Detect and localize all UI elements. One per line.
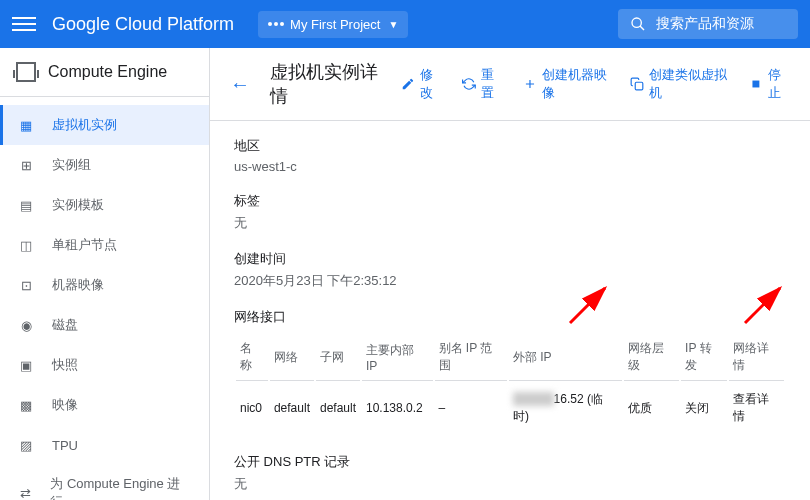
sidebar-item-instance-groups[interactable]: ⊞实例组 [0,145,209,185]
details-content: 地区 us-west1-c 标签 无 创建时间 2020年5月23日 下午2:3… [210,121,810,500]
dns-ptr-field: 公开 DNS PTR 记录 无 [234,453,786,493]
sidebar-item-images[interactable]: ▩映像 [0,385,209,425]
sidebar-item-migrate[interactable]: ⇄为 Compute Engine 进行… [0,465,209,500]
svg-point-0 [632,18,641,27]
gcp-logo[interactable]: Google Cloud Platform [52,14,234,35]
main-content: ← 虚拟机实例详情 修改 重置 创建机器映像 创建类似虚拟机 停止 地区 us-… [210,48,810,500]
machine-image-icon: ⊡ [16,275,36,295]
disk-icon: ◉ [16,315,36,335]
network-interfaces-field: 网络接口 名称 网络 子网 主要内部 IP 别名 IP 范围 外部 IP 网络层… [234,308,786,435]
reset-button[interactable]: 重置 [462,66,503,102]
template-icon: ▤ [16,195,36,215]
compute-engine-icon [16,62,36,82]
subnet-link[interactable]: default [316,383,360,433]
search-placeholder: 搜索产品和资源 [656,15,754,33]
stop-button[interactable]: 停止 [749,66,790,102]
node-icon: ◫ [16,235,36,255]
svg-rect-3 [752,81,759,88]
stop-icon [749,76,763,92]
nic-row: nic0 default default 10.138.0.2 – xxx.xx… [236,383,784,433]
view-details-link[interactable]: 查看详情 [729,383,784,433]
sidebar-item-sole-tenant[interactable]: ◫单租户节点 [0,225,209,265]
sidebar-item-machine-images[interactable]: ⊡机器映像 [0,265,209,305]
vm-icon: ▦ [16,115,36,135]
reset-icon [462,76,476,92]
project-selector[interactable]: My First Project ▼ [258,11,408,38]
groups-icon: ⊞ [16,155,36,175]
labels-field: 标签 无 [234,192,786,232]
migrate-icon: ⇄ [16,483,34,500]
tpu-icon: ▨ [16,435,36,455]
svg-line-1 [640,26,644,30]
created-field: 创建时间 2020年5月23日 下午2:35:12 [234,250,786,290]
copy-icon [630,76,644,92]
sidebar-item-tpu[interactable]: ▨TPU [0,425,209,465]
pencil-icon [401,76,415,92]
sidebar-title: Compute Engine [48,63,167,81]
search-icon [630,16,646,32]
zone-field: 地区 us-west1-c [234,137,786,174]
sidebar: Compute Engine ▦虚拟机实例 ⊞实例组 ▤实例模板 ◫单租户节点 … [0,48,210,500]
redacted-ip: xxx.xx. [513,392,554,406]
nic-table: 名称 网络 子网 主要内部 IP 别名 IP 范围 外部 IP 网络层级 IP … [234,332,786,435]
sidebar-item-vm-instances[interactable]: ▦虚拟机实例 [0,105,209,145]
snapshot-icon: ▣ [16,355,36,375]
svg-rect-2 [636,82,644,90]
network-link[interactable]: default [270,383,314,433]
create-machine-image-button[interactable]: 创建机器映像 [523,66,610,102]
back-arrow-icon[interactable]: ← [230,73,250,96]
edit-button[interactable]: 修改 [401,66,442,102]
sidebar-header[interactable]: Compute Engine [0,48,209,97]
sidebar-item-instance-templates[interactable]: ▤实例模板 [0,185,209,225]
chevron-down-icon: ▼ [388,19,398,30]
search-box[interactable]: 搜索产品和资源 [618,9,798,39]
page-header: ← 虚拟机实例详情 修改 重置 创建机器映像 创建类似虚拟机 停止 [210,48,810,121]
plus-icon [523,76,537,92]
project-name: My First Project [290,17,380,32]
create-similar-button[interactable]: 创建类似虚拟机 [630,66,728,102]
page-title: 虚拟机实例详情 [270,60,381,108]
topbar: Google Cloud Platform My First Project ▼… [0,0,810,48]
image-icon: ▩ [16,395,36,415]
sidebar-item-snapshots[interactable]: ▣快照 [0,345,209,385]
external-ip-cell: xxx.xx.16.52 (临时) [509,383,622,433]
sidebar-item-disks[interactable]: ◉磁盘 [0,305,209,345]
hamburger-menu-icon[interactable] [12,12,36,36]
sidebar-menu: ▦虚拟机实例 ⊞实例组 ▤实例模板 ◫单租户节点 ⊡机器映像 ◉磁盘 ▣快照 ▩… [0,97,209,500]
